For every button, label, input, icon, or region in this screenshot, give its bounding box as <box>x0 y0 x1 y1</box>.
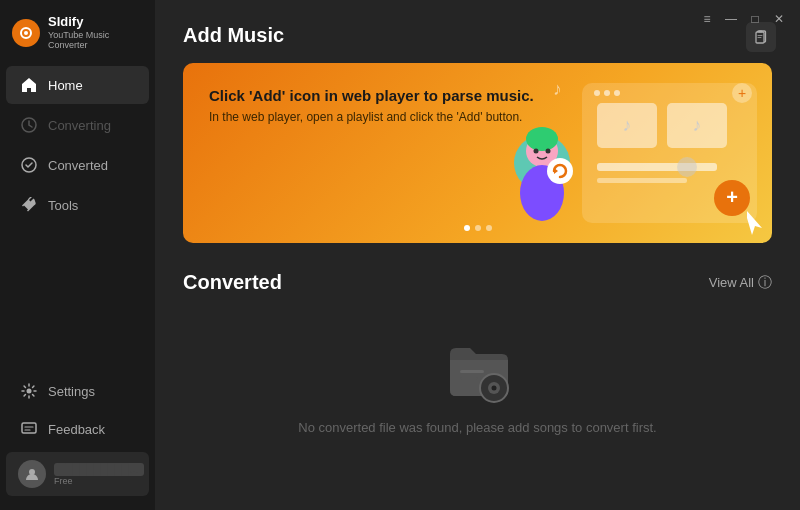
add-music-banner: Click 'Add' icon in web player to parse … <box>183 63 772 243</box>
user-bar[interactable]: ████████████ Free <box>6 452 149 496</box>
svg-text:+: + <box>738 85 746 101</box>
converted-icon <box>20 156 38 174</box>
sidebar-item-tools[interactable]: Tools <box>6 186 149 224</box>
app-subtitle: YouTube Music Converter <box>48 30 143 52</box>
svg-point-35 <box>491 386 496 391</box>
sidebar-nav: Home Converting Converted <box>0 61 155 372</box>
tools-icon <box>20 196 38 214</box>
view-all-icon: ⓘ <box>758 274 772 292</box>
svg-point-1 <box>24 31 28 35</box>
svg-point-26 <box>547 158 573 184</box>
banner-sub-text: In the web player, open a playlist and c… <box>209 110 534 124</box>
settings-icon <box>20 382 38 400</box>
dot-3 <box>486 225 492 231</box>
menu-button[interactable]: ≡ <box>696 8 718 30</box>
main-inner: Add Music Click 'Add' icon in web player… <box>155 0 800 485</box>
svg-text:+: + <box>726 186 738 208</box>
feedback-label: Feedback <box>48 422 105 437</box>
empty-state: No converted file was found, please add … <box>183 314 772 465</box>
title-bar: ≡ — □ ✕ <box>686 0 800 38</box>
banner-text: Click 'Add' icon in web player to parse … <box>209 87 534 124</box>
svg-point-18 <box>677 157 697 177</box>
svg-point-4 <box>27 389 32 394</box>
app-logo: SIdify YouTube Music Converter <box>0 0 155 61</box>
banner-main-text: Click 'Add' icon in web player to parse … <box>209 87 534 104</box>
feedback-item[interactable]: Feedback <box>6 411 149 447</box>
svg-rect-19 <box>597 178 687 183</box>
sidebar-item-home-label: Home <box>48 78 83 93</box>
settings-item[interactable]: Settings <box>6 373 149 409</box>
home-icon <box>20 76 38 94</box>
sidebar-item-tools-label: Tools <box>48 198 78 213</box>
converting-icon <box>20 116 38 134</box>
sidebar: SIdify YouTube Music Converter Home Conv… <box>0 0 155 510</box>
sidebar-bottom: Settings Feedback ████████████ Free <box>0 372 155 510</box>
close-button[interactable]: ✕ <box>768 8 790 30</box>
sidebar-item-converting-label: Converting <box>48 118 111 133</box>
svg-point-22 <box>526 127 558 151</box>
svg-text:♪: ♪ <box>693 115 702 135</box>
dot-2 <box>475 225 481 231</box>
svg-rect-5 <box>22 423 36 433</box>
sidebar-item-converting: Converting <box>6 106 149 144</box>
user-name: ████████████ <box>54 463 144 476</box>
dot-1 <box>464 225 470 231</box>
maximize-button[interactable]: □ <box>744 8 766 30</box>
svg-point-31 <box>604 90 610 96</box>
svg-point-30 <box>594 90 600 96</box>
svg-rect-37 <box>460 377 478 380</box>
converted-title: Converted <box>183 271 282 294</box>
sidebar-item-home[interactable]: Home <box>6 66 149 104</box>
banner-dots <box>464 225 492 231</box>
svg-point-32 <box>614 90 620 96</box>
svg-rect-36 <box>460 370 484 373</box>
empty-text: No converted file was found, please add … <box>298 420 656 435</box>
app-title: SIdify <box>48 14 143 30</box>
user-avatar <box>18 460 46 488</box>
svg-rect-17 <box>597 163 717 171</box>
empty-icon <box>442 334 514 406</box>
view-all-label: View All <box>709 275 754 290</box>
logo-text: SIdify YouTube Music Converter <box>48 14 143 51</box>
add-music-title: Add Music <box>183 24 772 47</box>
sidebar-item-converted-label: Converted <box>48 158 108 173</box>
feedback-icon <box>20 420 38 438</box>
user-sub: Free <box>54 476 144 486</box>
svg-point-24 <box>546 149 551 154</box>
user-info: ████████████ Free <box>54 463 144 486</box>
svg-text:♪: ♪ <box>623 115 632 135</box>
main-content: Add Music Click 'Add' icon in web player… <box>155 0 800 510</box>
logo-icon <box>12 19 40 47</box>
sidebar-item-converted[interactable]: Converted <box>6 146 149 184</box>
svg-point-23 <box>534 149 539 154</box>
view-all-link[interactable]: View All ⓘ <box>709 274 772 292</box>
settings-label: Settings <box>48 384 95 399</box>
minimize-button[interactable]: — <box>720 8 742 30</box>
converted-header: Converted View All ⓘ <box>183 271 772 294</box>
